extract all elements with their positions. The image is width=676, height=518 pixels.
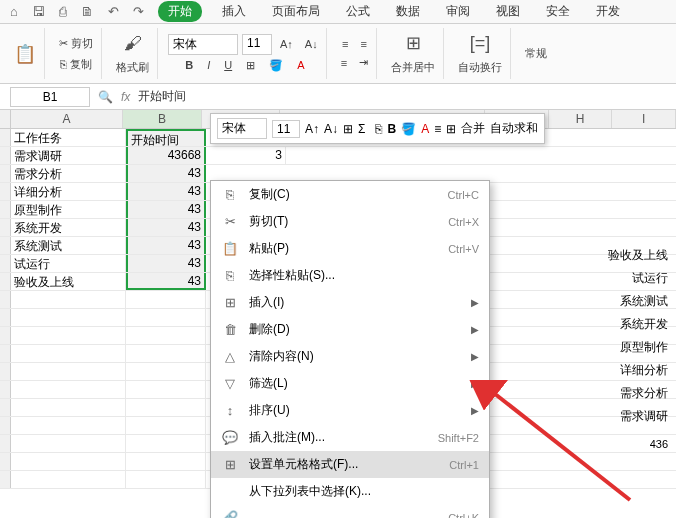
mini-font[interactable]: 宋体 bbox=[217, 118, 267, 139]
cell[interactable]: 43668 bbox=[126, 147, 206, 164]
menu-delete[interactable]: 🗑删除(D)▶ bbox=[211, 316, 489, 343]
mini-grid-icon[interactable]: ⊞ bbox=[446, 122, 456, 136]
cell[interactable]: 43 bbox=[126, 219, 206, 236]
format-normal[interactable]: 常规 bbox=[521, 44, 551, 63]
cell[interactable]: 原型制作 bbox=[11, 201, 126, 218]
menu-dropdown[interactable]: 从下拉列表中选择(K)... bbox=[211, 478, 489, 505]
menu-paste[interactable]: 📋粘贴(P)Ctrl+V bbox=[211, 235, 489, 262]
menu-comment[interactable]: 💬插入批注(M)...Shift+F2 bbox=[211, 424, 489, 451]
cell[interactable] bbox=[11, 345, 126, 362]
tab-start[interactable]: 开始 bbox=[158, 1, 202, 22]
cell[interactable] bbox=[11, 453, 126, 470]
cell[interactable]: 43 bbox=[126, 183, 206, 200]
cell[interactable] bbox=[126, 399, 206, 416]
increase-font-icon[interactable]: A↑ bbox=[276, 34, 297, 55]
mini-merge[interactable]: 合并 bbox=[461, 120, 485, 137]
merge-button[interactable]: ⊞ bbox=[402, 30, 425, 56]
cell[interactable]: 43 bbox=[126, 201, 206, 218]
cell[interactable] bbox=[126, 327, 206, 344]
font-color-button[interactable]: A bbox=[293, 57, 308, 74]
cut-button[interactable]: ✂ 剪切 bbox=[55, 34, 97, 53]
cell[interactable]: 系统测试 bbox=[11, 237, 126, 254]
cell[interactable]: 43 bbox=[126, 273, 206, 290]
cell[interactable] bbox=[126, 453, 206, 470]
tab-insert[interactable]: 插入 bbox=[216, 0, 252, 23]
menu-sort[interactable]: ↕排序(U)▶ bbox=[211, 397, 489, 424]
cell[interactable]: 详细分析 bbox=[11, 183, 126, 200]
tab-review[interactable]: 审阅 bbox=[440, 0, 476, 23]
tab-view[interactable]: 视图 bbox=[490, 0, 526, 23]
copy-button[interactable]: ⎘ 复制 bbox=[56, 55, 96, 74]
menu-format-cells[interactable]: ⊞设置单元格格式(F)...Ctrl+1 bbox=[211, 451, 489, 478]
decrease-font-icon[interactable]: A↓ bbox=[301, 34, 322, 55]
col-header-H[interactable]: H bbox=[549, 110, 613, 128]
name-box[interactable]: B1 bbox=[10, 87, 90, 107]
cell[interactable]: 43 bbox=[126, 237, 206, 254]
cell[interactable] bbox=[11, 327, 126, 344]
tab-page-layout[interactable]: 页面布局 bbox=[266, 0, 326, 23]
border-button[interactable]: ⊞ bbox=[242, 57, 259, 74]
font-select[interactable]: 宋体 bbox=[168, 34, 238, 55]
cell[interactable] bbox=[11, 381, 126, 398]
cell[interactable]: 工作任务 bbox=[11, 129, 126, 146]
menu-clear[interactable]: △清除内容(N)▶ bbox=[211, 343, 489, 370]
cell[interactable] bbox=[126, 291, 206, 308]
select-all-corner[interactable] bbox=[0, 110, 11, 128]
cell[interactable]: 开始时间 bbox=[126, 129, 206, 146]
tab-data[interactable]: 数据 bbox=[390, 0, 426, 23]
mini-font-color-icon[interactable]: A bbox=[421, 122, 429, 136]
mini-align-icon[interactable]: ≡ bbox=[434, 122, 441, 136]
preview-icon[interactable]: 🗎 bbox=[81, 4, 94, 19]
menu-insert[interactable]: ⊞插入(I)▶ bbox=[211, 289, 489, 316]
cell[interactable]: 验收及上线 bbox=[11, 273, 126, 290]
mini-border-icon[interactable]: ⊞ bbox=[343, 122, 353, 136]
mini-format-icon[interactable]: ⎘ bbox=[375, 122, 382, 136]
mini-autosum[interactable]: 自动求和 bbox=[490, 120, 538, 137]
italic-button[interactable]: I bbox=[203, 57, 214, 74]
cell[interactable] bbox=[11, 291, 126, 308]
cell[interactable] bbox=[11, 471, 126, 488]
col-header-B[interactable]: B bbox=[123, 110, 201, 128]
cell[interactable]: 需求调研 bbox=[11, 147, 126, 164]
menu-paste-special[interactable]: ⎘选择性粘贴(S)... bbox=[211, 262, 489, 289]
mini-bold-button[interactable]: B bbox=[387, 122, 396, 136]
fill-color-button[interactable]: 🪣 bbox=[265, 57, 287, 74]
cell[interactable] bbox=[126, 309, 206, 326]
tab-safe[interactable]: 安全 bbox=[540, 0, 576, 23]
menu-copy[interactable]: ⎘复制(C)Ctrl+C bbox=[211, 181, 489, 208]
formula-input[interactable]: 开始时间 bbox=[138, 88, 186, 105]
align-bottom-icon[interactable]: ≡ bbox=[337, 54, 351, 71]
menu-hyperlink[interactable]: 🔗Ctrl+K bbox=[211, 505, 489, 518]
search-icon[interactable]: 🔍 bbox=[98, 90, 113, 104]
indent-icon[interactable]: ⇥ bbox=[355, 54, 372, 71]
underline-button[interactable]: U bbox=[220, 57, 236, 74]
menu-filter[interactable]: ▽筛选(L)▶ bbox=[211, 370, 489, 397]
cell[interactable]: 试运行 bbox=[11, 255, 126, 272]
cell[interactable] bbox=[126, 471, 206, 488]
cell[interactable]: 需求分析 bbox=[11, 165, 126, 182]
align-left-icon[interactable]: ≡ bbox=[338, 36, 352, 52]
redo-icon[interactable]: ↷ bbox=[133, 4, 144, 19]
mini-fill-icon[interactable]: 🪣 bbox=[401, 122, 416, 136]
cell[interactable] bbox=[11, 417, 126, 434]
align-center-icon[interactable]: ≡ bbox=[356, 36, 370, 52]
cell[interactable]: 43 bbox=[126, 255, 206, 272]
print-icon[interactable]: ⎙ bbox=[59, 4, 67, 19]
fx-icon[interactable]: fx bbox=[121, 90, 130, 104]
paste-button[interactable]: 📋 bbox=[10, 41, 40, 67]
cell[interactable] bbox=[126, 363, 206, 380]
home-icon[interactable]: ⌂ bbox=[10, 4, 18, 19]
cell[interactable] bbox=[126, 435, 206, 452]
font-size-select[interactable]: 11 bbox=[242, 34, 272, 55]
format-painter-button[interactable]: 🖌 bbox=[120, 31, 146, 56]
mini-increase-font-icon[interactable]: A↑ bbox=[305, 122, 319, 136]
bold-button[interactable]: B bbox=[181, 57, 197, 74]
cell[interactable]: 43 bbox=[126, 165, 206, 182]
cell[interactable] bbox=[11, 363, 126, 380]
col-header-I[interactable]: I bbox=[612, 110, 676, 128]
wrap-button[interactable]: [=] bbox=[466, 31, 495, 56]
cell[interactable] bbox=[11, 435, 126, 452]
mini-decrease-font-icon[interactable]: A↓ bbox=[324, 122, 338, 136]
cell[interactable]: 系统开发 bbox=[11, 219, 126, 236]
cell[interactable] bbox=[11, 309, 126, 326]
